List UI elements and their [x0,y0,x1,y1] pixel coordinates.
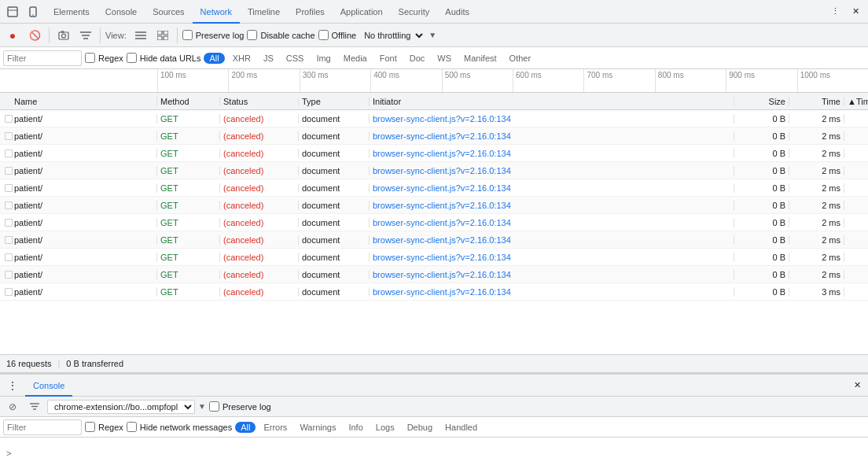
more-tabs-icon[interactable]: ⋮ [826,2,844,21]
row-checkbox[interactable] [5,115,13,123]
tab-timeline[interactable]: Timeline [240,0,288,24]
preserve-log-checkbox[interactable] [182,30,193,40]
console-level-handled-button[interactable]: Handled [440,422,482,433]
table-row[interactable]: patient/ GET (canceled) document browser… [0,231,868,249]
filter-all-button[interactable]: All [204,53,224,64]
clear-button[interactable]: 🚫 [25,26,44,45]
filter-doc-button[interactable]: Doc [405,53,430,64]
mobile-icon[interactable] [24,2,42,21]
row-checkbox[interactable] [5,236,13,244]
filter-xhr-button[interactable]: XHR [228,53,256,64]
filter-manifest-button[interactable]: Manifest [459,53,502,64]
filter-media-button[interactable]: Media [339,53,372,64]
preserve-log-group[interactable]: Preserve log [182,30,245,40]
table-row[interactable]: patient/ GET (canceled) document browser… [0,283,868,301]
camera-button[interactable] [54,26,73,45]
console-filter-icon-button[interactable] [25,397,44,416]
console-regex-group[interactable]: Regex [85,422,123,432]
cell-initiator[interactable]: browser-sync-client.js?v=2.16.0:134 [370,183,734,193]
cell-initiator[interactable]: browser-sync-client.js?v=2.16.0:134 [370,287,734,297]
console-level-all-button[interactable]: All [235,422,256,433]
col-header-size[interactable]: Size [734,97,789,106]
table-row[interactable]: patient/ GET (canceled) document browser… [0,266,868,283]
tab-security[interactable]: Security [391,0,438,24]
console-hide-network-checkbox[interactable] [127,422,137,432]
col-header-initiator[interactable]: Initiator [370,97,734,106]
throttle-select[interactable]: No throttling [359,30,425,41]
filter-other-button[interactable]: Other [505,53,536,64]
filter-css-button[interactable]: CSS [281,53,309,64]
filter-img-button[interactable]: Img [311,53,335,64]
console-hide-network-group[interactable]: Hide network messages [127,422,232,432]
disable-cache-checkbox[interactable] [247,30,257,40]
regex-checkbox[interactable] [85,53,95,63]
table-row[interactable]: patient/ GET (canceled) document browser… [0,214,868,231]
col-header-time[interactable]: Time [789,97,844,106]
cell-initiator[interactable]: browser-sync-client.js?v=2.16.0:134 [370,114,734,124]
console-level-errors-button[interactable]: Errors [259,422,292,433]
record-stop-button[interactable]: ● [3,26,22,45]
table-row[interactable]: patient/ GET (canceled) document browser… [0,179,868,197]
console-tab[interactable]: Console [25,375,72,397]
filter-font-button[interactable]: Font [375,53,402,64]
tab-elements[interactable]: Elements [46,0,97,24]
hide-data-checkbox[interactable] [127,53,137,63]
cell-initiator[interactable]: browser-sync-client.js?v=2.16.0:134 [370,253,734,262]
row-checkbox[interactable] [5,184,13,192]
console-filter-input[interactable] [3,419,82,435]
row-checkbox[interactable] [5,201,13,209]
row-checkbox[interactable] [5,150,13,157]
row-checkbox[interactable] [5,132,13,140]
hide-data-group[interactable]: Hide data URLs [127,53,201,63]
console-regex-checkbox[interactable] [85,422,95,432]
disable-cache-group[interactable]: Disable cache [247,30,314,40]
row-checkbox[interactable] [5,219,13,227]
col-header-status[interactable]: Status [220,97,299,106]
filter-js-button[interactable]: JS [259,53,278,64]
tab-console[interactable]: Console [97,0,145,24]
close-console-button[interactable]: ✕ [849,378,865,393]
row-checkbox[interactable] [5,271,13,279]
cell-initiator[interactable]: browser-sync-client.js?v=2.16.0:134 [370,270,734,279]
console-level-info-button[interactable]: Info [344,422,367,433]
cell-initiator[interactable]: browser-sync-client.js?v=2.16.0:134 [370,149,734,158]
table-row[interactable]: patient/ GET (canceled) document browser… [0,127,868,145]
col-header-waterfall[interactable]: ▲Time [844,97,868,106]
col-header-method[interactable]: Method [157,97,220,106]
regex-group[interactable]: Regex [85,53,123,63]
tab-audits[interactable]: Audits [437,0,477,24]
table-row[interactable]: patient/ GET (canceled) document browser… [0,197,868,214]
col-header-type[interactable]: Type [299,97,370,106]
table-row[interactable]: patient/ GET (canceled) document browser… [0,249,868,266]
offline-checkbox[interactable] [318,30,329,40]
row-checkbox[interactable] [5,253,13,261]
console-level-debug-button[interactable]: Debug [403,422,437,433]
console-input[interactable] [14,449,862,458]
console-level-logs-button[interactable]: Logs [371,422,399,433]
cell-initiator[interactable]: browser-sync-client.js?v=2.16.0:134 [370,201,734,210]
row-checkbox[interactable] [5,288,13,296]
table-row[interactable]: patient/ GET (canceled) document browser… [0,162,868,179]
group-view-button[interactable] [153,26,172,45]
tab-profiles[interactable]: Profiles [288,0,333,24]
close-devtools-icon[interactable]: ✕ [846,2,865,21]
filter-input[interactable] [3,50,82,66]
table-row[interactable]: patient/ GET (canceled) document browser… [0,110,868,127]
console-preserve-log-checkbox[interactable] [209,401,219,412]
offline-group[interactable]: Offline [318,30,357,40]
list-view-button[interactable] [131,26,150,45]
console-clear-button[interactable]: ⊘ [3,397,22,416]
row-checkbox[interactable] [5,167,13,175]
filter-ws-button[interactable]: WS [432,53,456,64]
filter-toggle-button[interactable] [76,26,95,45]
tab-application[interactable]: Application [333,0,391,24]
console-source-select[interactable]: chrome-extension://bo...ompfopl [47,400,195,414]
cell-initiator[interactable]: browser-sync-client.js?v=2.16.0:134 [370,166,734,175]
console-level-warnings-button[interactable]: Warnings [295,422,340,433]
console-menu-icon[interactable]: ⋮ [3,376,22,395]
cell-initiator[interactable]: browser-sync-client.js?v=2.16.0:134 [370,218,734,227]
table-row[interactable]: patient/ GET (canceled) document browser… [0,145,868,162]
console-preserve-log-group[interactable]: Preserve log [209,401,271,412]
tab-network[interactable]: Network [193,0,240,24]
tab-sources[interactable]: Sources [145,0,192,24]
